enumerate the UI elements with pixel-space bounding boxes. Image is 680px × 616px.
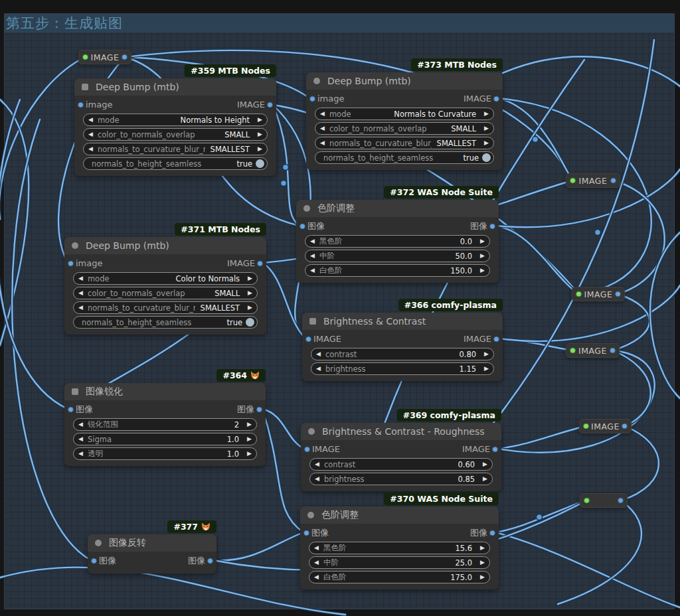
widget-contrast[interactable]: ◀contrast0.60▶ [309, 458, 493, 471]
increment-arrow-icon[interactable]: ▶ [253, 131, 267, 137]
widget-color_to_normals_overlap[interactable]: ◀color_to_normals_overlapSMALL▶ [315, 122, 494, 135]
decrement-arrow-icon[interactable]: ◀ [315, 125, 329, 131]
widget-normals_to_height_seamless[interactable]: normals_to_height_seamlesstrue [315, 151, 494, 164]
decrement-arrow-icon[interactable]: ◀ [74, 290, 88, 296]
node-deep-bump-371[interactable]: #371 MTB NodesDeep Bump (mtb)imageIMAGE◀… [64, 237, 266, 335]
collapse-circle-icon[interactable] [72, 242, 78, 249]
decrement-arrow-icon[interactable]: ◀ [74, 451, 88, 457]
increment-arrow-icon[interactable]: ▶ [253, 146, 267, 152]
toggle-knob[interactable] [256, 159, 264, 168]
node-title-bar[interactable]: Deep Bump (mtb) [64, 237, 266, 254]
widget-color_to_normals_overlap[interactable]: ◀color_to_normals_overlapSMALL▶ [83, 128, 268, 141]
node-title-bar[interactable]: Brightness & Contrast - Roughness [301, 423, 501, 440]
input-slot-dot[interactable] [304, 446, 310, 452]
node-title-bar[interactable]: 色阶调整 [296, 200, 499, 217]
collapse-square-icon[interactable] [82, 84, 88, 90]
increment-arrow-icon[interactable]: ▶ [253, 117, 267, 123]
group-title-bar[interactable]: 第五步：生成贴图 [5, 14, 674, 33]
collapse-circle-icon[interactable] [307, 512, 314, 518]
node-levels-370[interactable]: #370 WAS Node Suite色阶调整图像图像◀黑色阶15.6▶◀中阶2… [300, 506, 499, 589]
output-slot-dot[interactable] [493, 96, 499, 102]
increment-arrow-icon[interactable]: ▶ [475, 268, 489, 273]
toggle-knob[interactable] [482, 153, 491, 162]
widget-normals_to_curvature_blur_radius[interactable]: ◀normals_to_curvature_blur_radiusSMALLES… [83, 143, 268, 155]
increment-arrow-icon[interactable]: ▶ [475, 253, 489, 259]
widget-brightness[interactable]: ◀brightness1.15▶ [311, 362, 494, 375]
input-slot-dot[interactable] [309, 96, 315, 102]
increment-arrow-icon[interactable]: ▶ [475, 545, 489, 551]
widget-白色阶[interactable]: ◀白色阶175.0▶ [309, 571, 490, 583]
output-slot-dot[interactable] [493, 336, 499, 342]
widget-brightness[interactable]: ◀brightness0.85▶ [309, 473, 493, 485]
increment-arrow-icon[interactable]: ▶ [475, 560, 489, 566]
decrement-arrow-icon[interactable]: ◀ [84, 131, 98, 137]
decrement-arrow-icon[interactable]: ◀ [309, 560, 323, 566]
increment-arrow-icon[interactable]: ▶ [478, 476, 492, 482]
increment-arrow-icon[interactable]: ▶ [242, 422, 256, 427]
decrement-arrow-icon[interactable]: ◀ [315, 111, 329, 117]
increment-arrow-icon[interactable]: ▶ [242, 436, 256, 442]
input-slot-dot[interactable] [68, 406, 74, 412]
increment-arrow-icon[interactable]: ▶ [478, 461, 492, 467]
node-title-bar[interactable]: Deep Bump (mtb) [74, 78, 276, 96]
decrement-arrow-icon[interactable]: ◀ [74, 436, 88, 442]
decrement-arrow-icon[interactable]: ◀ [84, 146, 98, 152]
widget-normals_to_curvature_blur_radius[interactable]: ◀normals_to_curvature_blur_radiusSMALLES… [315, 137, 494, 149]
decrement-arrow-icon[interactable]: ◀ [309, 574, 323, 580]
collapse-circle-icon[interactable] [95, 540, 102, 546]
increment-arrow-icon[interactable]: ▶ [475, 238, 489, 244]
collapse-square-icon[interactable] [72, 388, 78, 395]
node-levels-372[interactable]: #372 WAS Node Suite色阶调整图像图像◀黑色阶0.0▶◀中阶50… [296, 200, 499, 283]
output-slot-dot[interactable] [618, 498, 624, 504]
widget-透明[interactable]: ◀透明1.0▶ [73, 447, 257, 460]
input-slot-dot[interactable] [299, 223, 305, 229]
decrement-arrow-icon[interactable]: ◀ [74, 275, 88, 281]
collapse-circle-icon[interactable] [313, 78, 320, 84]
collapsed-node-image[interactable]: IMAGE [78, 50, 131, 64]
decrement-arrow-icon[interactable]: ◀ [74, 422, 88, 427]
output-slot-dot[interactable] [207, 558, 213, 564]
decrement-arrow-icon[interactable]: ◀ [309, 545, 323, 551]
collapsed-node-image[interactable]: IMAGE [566, 173, 620, 188]
node-bc-369[interactable]: #369 comfy-plasmaBrightness & Contrast -… [301, 423, 501, 491]
output-slot-dot[interactable] [489, 530, 495, 536]
increment-arrow-icon[interactable]: ▶ [479, 125, 493, 131]
decrement-arrow-icon[interactable]: ◀ [74, 305, 88, 311]
decrement-arrow-icon[interactable]: ◀ [310, 461, 324, 467]
widget-mode[interactable]: ◀modeNormals to Height▶ [83, 114, 268, 126]
toggle-knob[interactable] [246, 318, 254, 327]
decrement-arrow-icon[interactable]: ◀ [315, 140, 329, 146]
output-slot-dot[interactable] [256, 406, 262, 412]
graph-canvas[interactable]: 第五步：生成贴图 IMAGE#359 MTB NodesDeep Bump (m… [0, 0, 680, 616]
widget-中阶[interactable]: ◀中阶50.0▶ [305, 250, 490, 262]
collapsed-node-untitled[interactable] [580, 493, 628, 508]
widget-mode[interactable]: ◀modeNormals to Curvature▶ [315, 108, 494, 120]
collapse-circle-icon[interactable] [303, 205, 310, 212]
increment-arrow-icon[interactable]: ▶ [479, 140, 493, 146]
increment-arrow-icon[interactable]: ▶ [479, 351, 493, 357]
output-slot-dot[interactable] [489, 223, 495, 229]
node-title-bar[interactable]: 色阶调整 [300, 506, 499, 524]
input-slot-dot[interactable] [78, 102, 84, 108]
output-slot-dot[interactable] [610, 348, 616, 354]
decrement-arrow-icon[interactable]: ◀ [311, 351, 325, 357]
widget-mode[interactable]: ◀modeColor to Normals▶ [73, 272, 258, 285]
input-slot-dot[interactable] [305, 336, 311, 342]
collapse-circle-icon[interactable] [308, 428, 315, 435]
widget-锐化范围[interactable]: ◀锐化范围2▶ [73, 418, 257, 431]
input-slot-dot[interactable] [583, 424, 589, 429]
decrement-arrow-icon[interactable]: ◀ [305, 253, 319, 259]
input-slot-dot[interactable] [91, 558, 97, 564]
input-slot-dot[interactable] [570, 178, 576, 184]
node-title-bar[interactable]: Deep Bump (mtb) [306, 72, 503, 90]
node-sharpen-364[interactable]: #364图像锐化图像图像◀锐化范围2▶◀Sigma1.0▶◀透明1.0▶ [64, 383, 266, 466]
collapse-square-icon[interactable] [309, 318, 316, 325]
widget-中阶[interactable]: ◀中阶25.0▶ [309, 556, 490, 569]
collapsed-node-image[interactable]: IMAGE [579, 419, 632, 433]
output-slot-dot[interactable] [615, 291, 621, 297]
increment-arrow-icon[interactable]: ▶ [243, 305, 257, 311]
output-slot-dot[interactable] [622, 424, 628, 429]
input-slot-dot[interactable] [82, 54, 88, 60]
increment-arrow-icon[interactable]: ▶ [479, 111, 493, 117]
increment-arrow-icon[interactable]: ▶ [475, 574, 489, 580]
